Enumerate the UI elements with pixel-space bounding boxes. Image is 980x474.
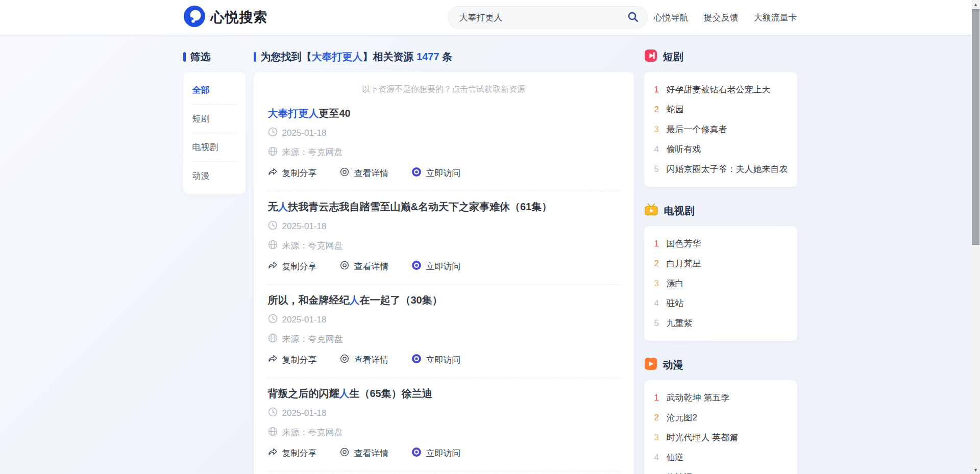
rank-item[interactable]: 1好孕甜妻被钻石老公宠上天 bbox=[654, 80, 787, 99]
header: 心悦搜索 心悦导航 提交反馈 大额流量卡 bbox=[0, 0, 980, 35]
rank-item[interactable]: 4仙逆 bbox=[654, 447, 787, 467]
copy-share-button[interactable]: 复制分享 bbox=[268, 447, 317, 459]
view-detail-button[interactable]: 查看详情 bbox=[339, 354, 389, 366]
nav-link-feedback[interactable]: 提交反馈 bbox=[704, 12, 739, 23]
filter-item-1[interactable]: 短剧 bbox=[191, 105, 237, 133]
result-source: 来源：夸克网盘 bbox=[282, 240, 343, 252]
visit-now-button[interactable]: 立即访问 bbox=[411, 354, 461, 366]
rank-item[interactable]: 3时光代理人 英都篇 bbox=[654, 428, 787, 447]
result-title[interactable]: 背叛之后的闪耀人生（65集）徐兰迪 bbox=[268, 387, 620, 400]
visit-icon bbox=[411, 167, 422, 180]
rank-item[interactable]: 1武动乾坤 第五季 bbox=[654, 388, 787, 408]
rank-item[interactable]: 5九重紫 bbox=[654, 313, 787, 333]
search-input[interactable] bbox=[459, 12, 627, 22]
rank-number: 2 bbox=[654, 413, 667, 423]
visit-icon bbox=[411, 447, 422, 460]
anime-icon bbox=[644, 357, 657, 372]
rank-item-title: 武动乾坤 第五季 bbox=[667, 392, 730, 404]
rank-number: 1 bbox=[654, 239, 667, 249]
rank-item[interactable]: 2沧元图2 bbox=[654, 408, 787, 428]
rank-item-title: 好孕甜妻被钻石老公宠上天 bbox=[667, 84, 771, 95]
clock-icon bbox=[268, 220, 278, 232]
eye-icon bbox=[339, 354, 350, 366]
copy-share-button[interactable]: 复制分享 bbox=[268, 354, 317, 366]
nav-link-data-card[interactable]: 大额流量卡 bbox=[754, 12, 797, 23]
rank-item[interactable]: 3漂白 bbox=[654, 273, 787, 293]
logo-text: 心悦搜索 bbox=[211, 8, 268, 27]
view-detail-button[interactable]: 查看详情 bbox=[339, 167, 389, 180]
visit-icon bbox=[411, 354, 422, 366]
filter-list: 全部短剧电视剧动漫 bbox=[183, 72, 246, 194]
rank-item[interactable]: 2白月梵星 bbox=[654, 254, 787, 273]
logo[interactable]: 心悦搜索 bbox=[183, 5, 268, 30]
result-title[interactable]: 无人扶我青云志我自踏雪至山巅&名动天下之家事难休（61集） bbox=[268, 201, 620, 213]
rank-item[interactable]: 5牧神记 bbox=[654, 467, 787, 474]
rank-number: 4 bbox=[654, 298, 667, 309]
result-item: 所以，和金牌经纪人在一起了（30集）2025-01-18来源：夸克网盘复制分享查… bbox=[268, 285, 620, 378]
visit-now-button[interactable]: 立即访问 bbox=[411, 167, 461, 180]
globe-icon bbox=[268, 146, 278, 158]
visit-icon bbox=[411, 260, 422, 273]
short-drama-icon bbox=[644, 49, 657, 64]
results-column: 为您找到【大奉打更人】相关资源 1477 条 以下资源不是你想要的？点击尝试获取… bbox=[254, 50, 634, 474]
visit-now-button[interactable]: 立即访问 bbox=[411, 447, 461, 460]
rank-item-title: 蛇园 bbox=[667, 104, 684, 115]
rank-item-title: 白月梵星 bbox=[667, 258, 701, 269]
section-bar bbox=[183, 52, 186, 62]
scrollbar[interactable]: ▲ ▼ bbox=[971, 0, 980, 474]
search-button[interactable] bbox=[627, 11, 639, 24]
rank-number: 5 bbox=[654, 472, 667, 474]
view-detail-button[interactable]: 查看详情 bbox=[339, 260, 389, 273]
share-icon bbox=[268, 354, 278, 366]
rank-item[interactable]: 1国色芳华 bbox=[654, 234, 787, 254]
rank-item-title: 偷听有戏 bbox=[667, 143, 701, 155]
rank-item-title: 仙逆 bbox=[667, 452, 684, 463]
nav-link-navigation[interactable]: 心悦导航 bbox=[654, 12, 689, 23]
result-actions: 复制分享查看详情立即访问 bbox=[268, 354, 620, 366]
rank-number: 5 bbox=[654, 318, 667, 329]
rank-item[interactable]: 4偷听有戏 bbox=[654, 139, 787, 159]
rank-number: 1 bbox=[654, 393, 667, 403]
tv-icon bbox=[644, 203, 658, 218]
clock-icon bbox=[268, 127, 278, 139]
rank-item[interactable]: 5闪婚京圈太子爷：夫人她来自农村 bbox=[654, 159, 787, 179]
view-detail-button[interactable]: 查看详情 bbox=[339, 447, 389, 460]
rank-item[interactable]: 3最后一个修真者 bbox=[654, 119, 787, 139]
filter-item-0[interactable]: 全部 bbox=[191, 76, 237, 105]
scrollbar-down-arrow[interactable]: ▼ bbox=[971, 465, 980, 474]
heading-count: 1477 bbox=[416, 51, 439, 62]
rank-item-title: 牧神记 bbox=[667, 471, 693, 474]
rank-item[interactable]: 2蛇园 bbox=[654, 99, 787, 119]
result-item: 背叛之后的闪耀人生（65集）徐兰迪2025-01-18来源：夸克网盘复制分享查看… bbox=[268, 378, 620, 471]
result-actions: 复制分享查看详情立即访问 bbox=[268, 447, 620, 460]
copy-share-button[interactable]: 复制分享 bbox=[268, 261, 317, 272]
result-title[interactable]: 大奉打更人更至40 bbox=[268, 107, 620, 119]
rank-section-title: 动漫 bbox=[663, 358, 683, 372]
filter-item-2[interactable]: 电视剧 bbox=[191, 133, 237, 162]
rank-item-title: 时光代理人 英都篇 bbox=[667, 432, 739, 443]
rank-number: 3 bbox=[654, 433, 667, 443]
result-date: 2025-01-18 bbox=[282, 408, 327, 418]
eye-icon bbox=[339, 447, 350, 460]
rank-item[interactable]: 4驻站 bbox=[654, 293, 787, 313]
visit-now-button[interactable]: 立即访问 bbox=[411, 260, 461, 273]
rank-item-title: 沧元图2 bbox=[667, 412, 697, 423]
share-icon bbox=[268, 261, 278, 272]
refresh-notice[interactable]: 以下资源不是你想要的？点击尝试获取新资源 bbox=[268, 83, 620, 98]
result-source: 来源：夸克网盘 bbox=[282, 146, 343, 158]
scrollbar-up-arrow[interactable]: ▲ bbox=[971, 0, 980, 9]
globe-icon bbox=[268, 427, 278, 438]
result-date: 2025-01-18 bbox=[282, 128, 327, 138]
clock-icon bbox=[268, 314, 278, 326]
scrollbar-thumb[interactable] bbox=[972, 9, 979, 245]
result-actions: 复制分享查看详情立即访问 bbox=[268, 167, 620, 180]
copy-share-button[interactable]: 复制分享 bbox=[268, 167, 317, 179]
rank-item-title: 驻站 bbox=[667, 297, 684, 309]
result-title[interactable]: 所以，和金牌经纪人在一起了（30集） bbox=[268, 294, 620, 306]
rank-section-动漫: 动漫1武动乾坤 第五季2沧元图23时光代理人 英都篇4仙逆5牧神记 bbox=[644, 358, 797, 474]
section-bar bbox=[254, 52, 256, 62]
rank-item-title: 漂白 bbox=[667, 278, 684, 289]
filter-item-3[interactable]: 动漫 bbox=[191, 162, 237, 190]
result-item: 无人扶我青云志我自踏雪至山巅&名动天下之家事难休（61集）2025-01-18来… bbox=[268, 191, 620, 285]
rank-item-title: 闪婚京圈太子爷：夫人她来自农村 bbox=[667, 163, 787, 175]
